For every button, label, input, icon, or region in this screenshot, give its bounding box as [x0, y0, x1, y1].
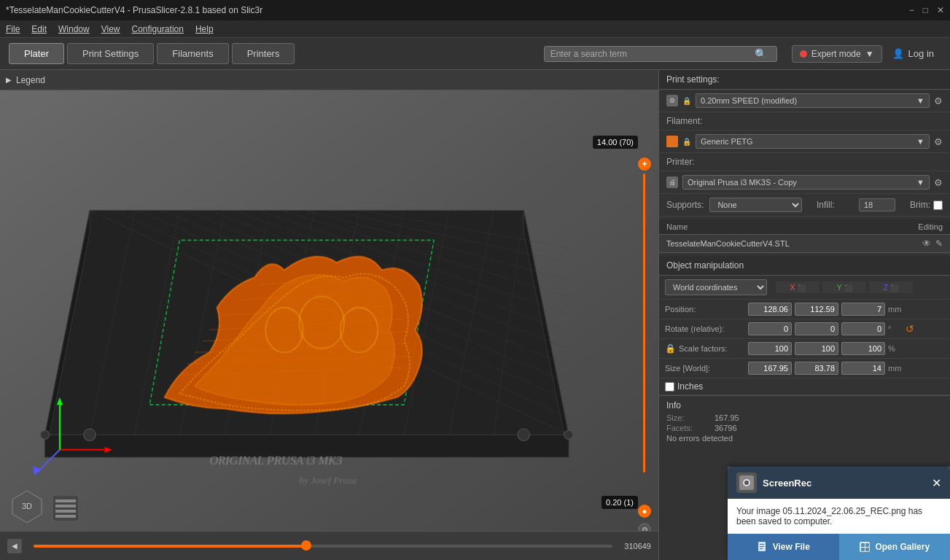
brim-checkbox[interactable] — [933, 201, 943, 210]
expert-mode-button[interactable]: Expert mode ▼ — [792, 45, 882, 63]
open-gallery-button[interactable]: Open Gallery — [839, 534, 951, 560]
filament-lock-icon: 🔒 — [682, 138, 691, 146]
info-facets-label: Facets: — [666, 424, 710, 432]
menu-view[interactable]: View — [101, 24, 120, 34]
size-x-input[interactable] — [748, 362, 792, 375]
print-settings-gear-icon[interactable]: ⚙ — [934, 96, 943, 106]
inches-checkbox[interactable] — [665, 382, 674, 392]
login-label: Log in — [908, 48, 934, 59]
filament-select[interactable]: Generic PETG ▼ — [696, 134, 930, 149]
layers-icon[interactable] — [52, 495, 79, 524]
col-editing-header: Editing — [918, 222, 943, 231]
profile-chevron-icon: ▼ — [916, 96, 924, 105]
inches-label: Inches — [677, 381, 703, 392]
tab-plater[interactable]: Plater — [9, 43, 64, 64]
login-button[interactable]: 👤 Log in — [885, 45, 941, 62]
svg-text:+: + — [642, 159, 647, 169]
minimize-button[interactable]: − — [909, 5, 914, 15]
edit-icon[interactable]: ✎ — [935, 238, 943, 249]
scroll-up-button[interactable]: + — [638, 158, 651, 173]
svg-point-67 — [744, 481, 749, 485]
reset-rotation-button[interactable]: ↺ — [906, 323, 914, 335]
print-settings-header: Print settings: — [659, 70, 950, 90]
svg-rect-73 — [861, 543, 865, 547]
rotate-row: Rotate (relative): ° ↺ — [659, 319, 950, 339]
info-errors-value: No errors detected — [666, 434, 733, 443]
bottom-icon-left[interactable]: ◀ — [7, 539, 22, 553]
svg-rect-63 — [55, 510, 76, 513]
svg-text:by Josef Prusa: by Josef Prusa — [299, 475, 357, 486]
filament-gear-icon[interactable]: ⚙ — [934, 136, 943, 147]
legend-bar: ▶ Legend — [0, 70, 658, 90]
inches-row: Inches — [659, 378, 950, 395]
legend-label: Legend — [16, 75, 45, 85]
printer-chevron-icon: ▼ — [916, 178, 924, 187]
cube-navigation[interactable]: 3D — [9, 487, 45, 524]
svg-text:ORIGINAL PRUSA i3 MK3: ORIGINAL PRUSA i3 MK3 — [209, 454, 342, 467]
position-y-input[interactable] — [795, 303, 838, 316]
scale-z-input[interactable] — [841, 342, 885, 355]
printer-select-row: 🖨 Original Prusa i3 MK3S - Copy ▼ ⚙ — [659, 171, 950, 194]
maximize-button[interactable]: □ — [923, 5, 928, 15]
size-z-input[interactable] — [841, 362, 885, 375]
axis-x-header: X ⬛ — [776, 281, 819, 293]
object-name: TesselateManCookieCutterV4.STL — [666, 239, 918, 248]
timeline-slider[interactable] — [34, 545, 612, 548]
menu-help[interactable]: Help — [195, 24, 214, 34]
position-row: Position: mm — [659, 300, 950, 319]
tab-printers[interactable]: Printers — [232, 43, 295, 64]
svg-rect-61 — [55, 499, 76, 502]
print-profile-select[interactable]: 0.20mm SPEED (modified) ▼ — [696, 93, 930, 108]
filament-icon — [666, 136, 678, 147]
brim-row: Brim: — [910, 200, 943, 210]
info-errors-row: No errors detected — [666, 434, 943, 443]
printer-gear-icon[interactable]: ⚙ — [934, 177, 943, 188]
file-icon — [757, 541, 768, 553]
rotate-x-input[interactable] — [748, 322, 792, 335]
position-x-input[interactable] — [748, 303, 792, 316]
tab-filaments[interactable]: Filaments — [157, 43, 228, 64]
print-settings-profile-row: ⚙ 🔒 0.20mm SPEED (modified) ▼ ⚙ — [659, 90, 950, 112]
svg-rect-71 — [760, 548, 763, 549]
object-manipulation: Object manipulation World coordinates X … — [659, 256, 950, 395]
viewport[interactable]: ▶ Legend — [0, 70, 658, 560]
eye-icon[interactable]: 👁 — [922, 238, 931, 249]
titlebar: *TesselateManCookieCutterV4 - PrusaSlice… — [0, 0, 950, 20]
size-y-input[interactable] — [795, 362, 838, 375]
object-manipulation-header: Object manipulation — [659, 256, 950, 276]
search-input[interactable] — [550, 49, 755, 59]
scroll-track — [643, 174, 645, 472]
tab-print-settings[interactable]: Print Settings — [67, 43, 154, 64]
infill-input[interactable] — [859, 198, 895, 211]
view-file-button[interactable]: View File — [728, 534, 839, 560]
supports-select[interactable]: None — [709, 198, 802, 212]
rotate-z-input[interactable] — [841, 322, 885, 335]
scroll-bottom-value: 0.20 (1) — [601, 496, 638, 509]
screenrec-close-button[interactable]: ✕ — [932, 476, 941, 490]
screenrec-message: Your image 05.11.2024_22.06.25_REC.png h… — [728, 499, 950, 534]
scale-lock-icon[interactable]: 🔒 — [665, 343, 676, 354]
scroll-down-button[interactable]: ● — [638, 505, 651, 520]
legend-toggle-icon[interactable]: ▶ — [6, 76, 12, 84]
menu-edit[interactable]: Edit — [31, 24, 47, 34]
timeline-value: 310649 — [624, 542, 651, 551]
object-row[interactable]: TesselateManCookieCutterV4.STL 👁 ✎ — [659, 235, 950, 253]
printer-select[interactable]: Original Prusa i3 MK3S - Copy ▼ — [682, 175, 930, 190]
menu-file[interactable]: File — [6, 24, 20, 34]
svg-rect-62 — [55, 505, 76, 508]
axis-y-header: Y ⬛ — [822, 281, 866, 293]
screenrec-footer: View File Open Gallery — [728, 534, 950, 560]
position-z-input[interactable] — [841, 303, 885, 316]
close-button[interactable]: ✕ — [937, 5, 944, 15]
scale-row: 🔒 Scale factors: % — [659, 339, 950, 359]
rotate-y-input[interactable] — [795, 322, 838, 335]
size-unit: mm — [888, 364, 903, 373]
coord-system-select[interactable]: World coordinates — [665, 279, 767, 295]
svg-rect-76 — [865, 548, 869, 551]
scale-x-input[interactable] — [748, 342, 792, 355]
menu-window[interactable]: Window — [58, 24, 90, 34]
menu-configuration[interactable]: Configuration — [132, 24, 184, 34]
printer-row: Printer: — [659, 153, 950, 171]
scale-y-input[interactable] — [795, 342, 838, 355]
3d-scene[interactable]: ORIGINAL PRUSA i3 MK3 by Josef Prusa — [0, 70, 658, 560]
